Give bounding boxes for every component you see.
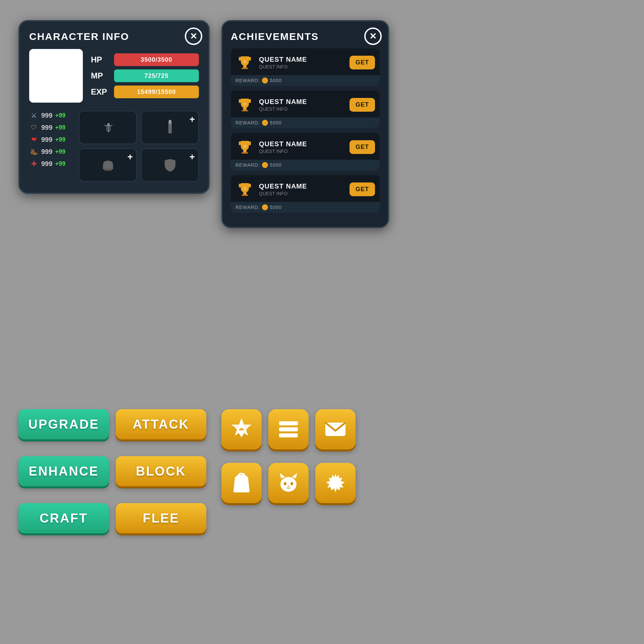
character-info-panel: CHARACTER INFO ✕ HP 3500/3500 MP 725/725… [18,20,210,194]
defense-bonus: +99 [55,124,65,131]
heal-value: 999 [41,160,52,168]
achievements-panel: ACHIEVEMENTS ✕ QUEST NAME QUEST INFO GET [221,20,389,228]
gem-icon [231,419,252,440]
exp-bar: 15499/15500 [114,86,199,98]
defense-icon: 🛡 [29,123,39,132]
quest-desc-3: QUEST INFO [259,149,345,154]
svg-point-25 [284,482,286,485]
attack-bonus: +99 [55,112,65,119]
ach-close-button[interactable]: ✕ [364,28,382,45]
bag-icon [231,472,252,494]
quest-reward-4: REWARD: 5000 [231,202,380,213]
quest-trophy-1 [235,53,254,72]
flee-button[interactable]: FLEE [116,503,206,533]
quest-name-2: QUEST NAME [259,98,345,106]
enhance-button[interactable]: ENHANCE [18,456,109,486]
quest-name-3: QUEST NAME [259,140,345,148]
quest-get-button-1[interactable]: GET [350,56,375,69]
svg-rect-4 [243,65,247,68]
block-button[interactable]: BLOCK [116,456,206,486]
menu-button[interactable] [268,409,309,449]
char-close-button[interactable]: ✕ [185,28,202,45]
gear-icon [325,472,346,494]
equip-slot-4[interactable]: + [141,148,199,182]
quest-name-4: QUEST NAME [259,182,345,190]
attack-icon: ⚔ [29,111,39,120]
svg-rect-19 [279,427,298,431]
attribute-list: ⚔ 999 +99 🛡 999 +99 ❤ 999 +99 🥾 999 +99 … [29,111,73,182]
quest-reward-3: REWARD: 5000 [231,160,380,170]
equip-slot-4-plus: + [190,152,195,162]
svg-rect-2 [169,120,171,123]
attr-defense: 🛡 999 +99 [29,123,73,132]
mail-icon [325,421,346,437]
quest-info-1: QUEST NAME QUEST INFO [259,56,345,69]
svg-marker-24 [292,473,297,478]
svg-rect-18 [279,421,298,425]
quest-info-4: QUEST NAME QUEST INFO [259,182,345,196]
quest-top-3: QUEST NAME QUEST INFO GET [235,138,375,156]
craft-button[interactable]: CRAFT [18,503,109,533]
svg-rect-11 [241,152,248,154]
hp-label: HP [91,55,109,64]
boot-value: 999 [41,148,52,156]
attack-value: 999 [41,112,52,119]
health-bonus: +99 [55,136,65,143]
quest-reward-1: REWARD: 5000 [231,75,380,86]
equipment-grid: 🗡 + + + [79,111,199,182]
health-icon: ❤ [29,135,39,144]
heal-icon: ✚ [29,159,39,168]
svg-point-9 [244,103,246,105]
gear-button[interactable] [315,463,356,503]
coin-icon-3 [262,162,268,168]
svg-rect-10 [243,150,247,152]
coin-icon-4 [262,204,268,210]
quest-get-button-4[interactable]: GET [350,182,375,196]
quest-desc-4: QUEST INFO [259,191,345,196]
svg-rect-14 [241,195,248,196]
svg-point-15 [244,187,246,190]
menu-icon [278,420,299,439]
quest-top-2: QUEST NAME QUEST INFO GET [235,95,375,114]
equip-slot-2[interactable]: + [141,111,199,144]
gem-button[interactable] [221,409,262,449]
svg-point-12 [244,145,246,148]
upgrade-button[interactable]: UPGRADE [18,409,109,439]
quest-desc-2: QUEST INFO [259,106,345,112]
exp-label: EXP [91,87,109,97]
svg-rect-3 [104,169,112,171]
equip-slot-1[interactable]: 🗡 [79,111,137,144]
attr-health: ❤ 999 +99 [29,135,73,144]
equip-slot-3[interactable]: + [79,148,137,182]
svg-rect-13 [243,192,247,195]
svg-rect-7 [243,107,247,110]
mail-button[interactable] [315,409,356,449]
svg-point-22 [280,477,297,492]
equip-slot-4-icon [163,158,177,172]
attr-attack: ⚔ 999 +99 [29,111,73,120]
quest-get-button-2[interactable]: GET [350,98,375,112]
char-content: HP 3500/3500 MP 725/725 EXP 15499/15500 [29,49,199,103]
svg-marker-23 [280,473,285,478]
bag-button[interactable] [221,463,262,503]
cat-button[interactable] [268,463,309,503]
coin-icon-1 [262,77,268,84]
hp-row: HP 3500/3500 [91,53,199,66]
attack-button[interactable]: ATTACK [116,409,206,439]
equip-slot-3-plus: + [127,152,133,162]
char-stats: HP 3500/3500 MP 725/725 EXP 15499/15500 [91,49,199,103]
char-panel-title: CHARACTER INFO [29,31,199,42]
quest-get-button-3[interactable]: GET [350,140,375,154]
equip-slot-2-icon [164,119,176,136]
heal-bonus: +99 [55,160,65,167]
quest-item-4: QUEST NAME QUEST INFO GET REWARD: 5000 [231,175,380,213]
svg-point-6 [244,60,246,63]
coin-icon-2 [262,120,268,126]
equip-slot-1-icon: 🗡 [102,120,114,135]
quest-trophy-4 [235,180,254,199]
quest-name-1: QUEST NAME [259,56,345,63]
quest-item-2: QUEST NAME QUEST INFO GET REWARD: 5000 [231,91,380,128]
quest-desc-1: QUEST INFO [259,64,345,69]
equip-slot-3-icon [101,158,115,172]
svg-rect-20 [279,433,298,437]
